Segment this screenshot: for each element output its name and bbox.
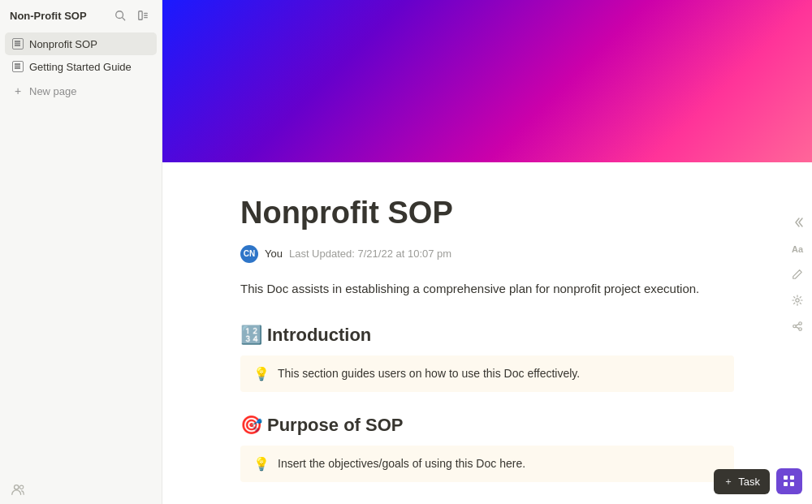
svg-point-11 xyxy=(793,325,797,328)
document-body: Nonprofit SOP CN You Last Updated: 7/21/… xyxy=(162,162,812,504)
sidebar-item-getting-started[interactable]: Getting Started Guide xyxy=(5,55,157,78)
svg-line-1 xyxy=(123,18,125,20)
settings-icon xyxy=(792,295,803,306)
new-page-label: New page xyxy=(29,85,77,97)
edit-icon xyxy=(792,269,803,280)
members-icon xyxy=(10,481,26,498)
task-button-label: Task xyxy=(738,476,760,488)
doc-icon-2 xyxy=(11,60,24,73)
share-button[interactable] xyxy=(786,315,809,338)
main-content: Nonprofit SOP CN You Last Updated: 7/21/… xyxy=(162,0,812,504)
hero-banner xyxy=(162,0,812,162)
callout-icon-2: 💡 xyxy=(253,456,270,472)
sidebar-nav: Nonprofit SOP Getting Started Guide + Ne… xyxy=(0,31,162,104)
document-description: This Doc assists in establishing a compr… xyxy=(240,279,734,299)
sidebar-header: Non-Profit SOP xyxy=(0,0,162,31)
task-plus-icon: ＋ xyxy=(723,475,733,489)
sidebar-item-label-2: Getting Started Guide xyxy=(29,61,132,73)
svg-point-10 xyxy=(799,322,802,325)
search-button[interactable] xyxy=(111,6,129,24)
svg-point-7 xyxy=(19,485,24,489)
last-updated: Last Updated: 7/21/22 at 10:07 pm xyxy=(289,248,451,260)
callout-text-2: Insert the objectives/goals of using thi… xyxy=(278,455,525,472)
sidebar-settings-button[interactable] xyxy=(134,6,152,24)
search-icon xyxy=(114,10,126,21)
svg-point-6 xyxy=(15,485,19,489)
right-toolbar: Aa xyxy=(786,211,809,338)
settings-button[interactable] xyxy=(786,289,809,312)
svg-line-13 xyxy=(796,324,799,325)
collapse-button[interactable] xyxy=(786,211,809,234)
svg-text:Aa: Aa xyxy=(792,244,804,254)
document-meta: CN You Last Updated: 7/21/22 at 10:07 pm xyxy=(240,245,734,263)
svg-rect-2 xyxy=(139,11,142,20)
sidebar-title: Non-Profit SOP xyxy=(10,10,87,22)
text-size-button[interactable]: Aa xyxy=(786,237,809,260)
plus-icon: + xyxy=(11,84,24,97)
edit-button[interactable] xyxy=(786,263,809,286)
sidebar-header-icons xyxy=(111,6,152,24)
sidebar-item-label: Nonprofit SOP xyxy=(29,38,97,50)
doc-icon xyxy=(11,37,24,50)
collapse-icon xyxy=(791,216,804,229)
new-page-button[interactable]: + New page xyxy=(5,80,157,102)
text-size-icon: Aa xyxy=(791,242,804,255)
sidebar-bottom xyxy=(0,475,162,504)
callout-text-1: This section guides users on how to use … xyxy=(278,365,580,382)
callout-icon-1: 💡 xyxy=(253,366,270,381)
section-emoji-2: 🎯 xyxy=(240,415,262,436)
callout-purpose: 💡 Insert the objectives/goals of using t… xyxy=(240,446,734,482)
author-name: You xyxy=(265,248,283,260)
sidebar: Non-Profit SOP Nonp xyxy=(0,0,162,504)
share-icon xyxy=(792,321,803,332)
svg-line-14 xyxy=(796,327,799,329)
apps-button[interactable] xyxy=(776,468,802,494)
sidebar-toggle-icon xyxy=(137,10,149,21)
section-heading-introduction: 🔢 Introduction xyxy=(240,325,734,346)
section-emoji-1: 🔢 xyxy=(240,325,262,346)
author-avatar: CN xyxy=(240,245,258,263)
task-bar: ＋ Task xyxy=(714,468,802,494)
svg-point-12 xyxy=(799,328,802,331)
callout-introduction: 💡 This section guides users on how to us… xyxy=(240,355,734,392)
document-title: Nonprofit SOP xyxy=(240,195,734,232)
apps-icon xyxy=(784,476,795,487)
sidebar-item-nonprofit-sop[interactable]: Nonprofit SOP xyxy=(5,32,157,55)
task-button[interactable]: ＋ Task xyxy=(714,469,770,494)
svg-point-9 xyxy=(796,299,799,302)
section-heading-purpose: 🎯 Purpose of SOP xyxy=(240,415,734,436)
